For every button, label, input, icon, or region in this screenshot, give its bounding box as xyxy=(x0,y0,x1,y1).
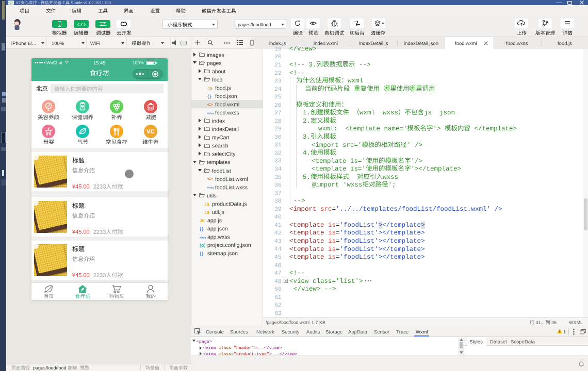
svg-text:VC: VC xyxy=(146,128,154,134)
svg-text:Kg: Kg xyxy=(149,106,152,109)
